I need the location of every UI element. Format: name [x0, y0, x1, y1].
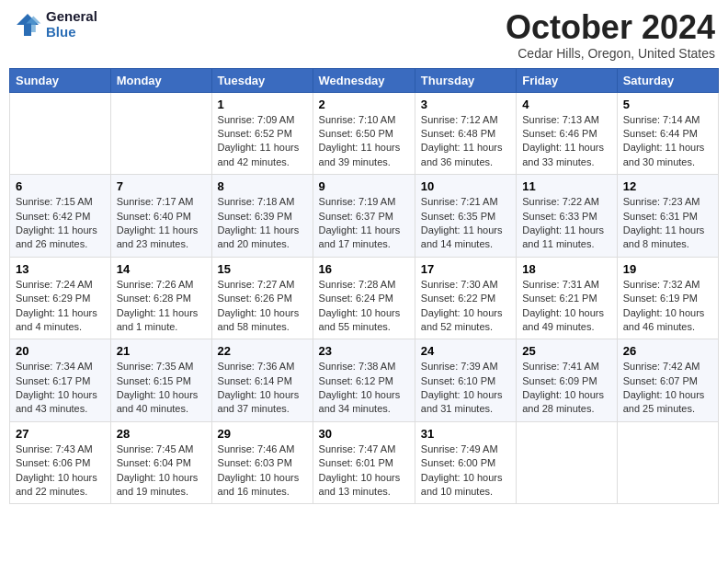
calendar-cell: 6Sunrise: 7:15 AM Sunset: 6:42 PM Daylig… [10, 175, 111, 258]
location: Cedar Hills, Oregon, United States [506, 46, 715, 61]
day-number: 14 [117, 262, 206, 276]
logo-blue: Blue [46, 25, 97, 40]
day-number: 3 [421, 98, 510, 111]
weekday-header-wednesday: Wednesday [313, 68, 415, 92]
day-info: Sunrise: 7:35 AM Sunset: 6:15 PM Dayligh… [117, 360, 206, 417]
day-info: Sunrise: 7:46 AM Sunset: 6:03 PM Dayligh… [218, 442, 307, 500]
weekday-header-sunday: Sunday [10, 68, 111, 92]
day-number: 7 [117, 179, 206, 193]
day-number: 20 [16, 344, 105, 358]
weekday-header-thursday: Thursday [415, 68, 516, 92]
day-info: Sunrise: 7:18 AM Sunset: 6:39 PM Dayligh… [218, 195, 307, 252]
day-info: Sunrise: 7:17 AM Sunset: 6:40 PM Dayligh… [117, 195, 206, 252]
day-info: Sunrise: 7:12 AM Sunset: 6:48 PM Dayligh… [421, 113, 510, 170]
calendar-cell: 5Sunrise: 7:14 AM Sunset: 6:44 PM Daylig… [617, 92, 718, 175]
day-info: Sunrise: 7:28 AM Sunset: 6:24 PM Dayligh… [319, 278, 409, 335]
calendar-cell: 10Sunrise: 7:21 AM Sunset: 6:35 PM Dayli… [415, 175, 516, 258]
day-number: 16 [319, 262, 409, 276]
calendar-cell: 2Sunrise: 7:10 AM Sunset: 6:50 PM Daylig… [313, 92, 415, 175]
day-number: 23 [319, 344, 409, 358]
calendar-cell: 7Sunrise: 7:17 AM Sunset: 6:40 PM Daylig… [110, 175, 211, 258]
calendar-cell: 21Sunrise: 7:35 AM Sunset: 6:15 PM Dayli… [110, 339, 211, 422]
weekday-header-friday: Friday [517, 68, 617, 92]
calendar-cell: 17Sunrise: 7:30 AM Sunset: 6:22 PM Dayli… [415, 257, 516, 339]
calendar-cell: 11Sunrise: 7:22 AM Sunset: 6:33 PM Dayli… [517, 175, 617, 258]
day-number: 8 [218, 179, 307, 193]
day-number: 9 [319, 179, 409, 193]
calendar-cell [517, 421, 617, 504]
calendar-cell: 20Sunrise: 7:34 AM Sunset: 6:17 PM Dayli… [10, 339, 111, 422]
calendar-cell: 23Sunrise: 7:38 AM Sunset: 6:12 PM Dayli… [313, 339, 415, 422]
page-header: General Blue October 2024 Cedar Hills, O… [9, 9, 719, 61]
day-info: Sunrise: 7:24 AM Sunset: 6:29 PM Dayligh… [16, 278, 105, 335]
calendar-cell: 9Sunrise: 7:19 AM Sunset: 6:37 PM Daylig… [313, 175, 415, 258]
calendar-cell: 1Sunrise: 7:09 AM Sunset: 6:52 PM Daylig… [211, 92, 313, 175]
calendar-cell: 22Sunrise: 7:36 AM Sunset: 6:14 PM Dayli… [211, 339, 313, 422]
day-info: Sunrise: 7:30 AM Sunset: 6:22 PM Dayligh… [421, 278, 510, 335]
calendar-cell: 3Sunrise: 7:12 AM Sunset: 6:48 PM Daylig… [415, 92, 516, 175]
day-info: Sunrise: 7:42 AM Sunset: 6:07 PM Dayligh… [623, 360, 712, 417]
day-info: Sunrise: 7:36 AM Sunset: 6:14 PM Dayligh… [218, 360, 307, 417]
day-number: 27 [16, 427, 105, 441]
day-number: 26 [623, 344, 712, 358]
day-info: Sunrise: 7:23 AM Sunset: 6:31 PM Dayligh… [623, 195, 712, 252]
day-number: 25 [522, 344, 610, 358]
day-number: 30 [319, 427, 409, 441]
day-number: 6 [16, 179, 105, 193]
day-info: Sunrise: 7:14 AM Sunset: 6:44 PM Dayligh… [623, 113, 712, 170]
calendar-cell: 31Sunrise: 7:49 AM Sunset: 6:00 PM Dayli… [415, 421, 516, 504]
day-number: 17 [421, 262, 510, 276]
day-number: 21 [117, 344, 206, 358]
day-info: Sunrise: 7:22 AM Sunset: 6:33 PM Dayligh… [522, 195, 610, 252]
logo-general: General [46, 9, 97, 25]
day-info: Sunrise: 7:43 AM Sunset: 6:06 PM Dayligh… [16, 442, 105, 500]
calendar-cell: 15Sunrise: 7:27 AM Sunset: 6:26 PM Dayli… [211, 257, 313, 339]
day-info: Sunrise: 7:34 AM Sunset: 6:17 PM Dayligh… [16, 360, 105, 417]
day-info: Sunrise: 7:38 AM Sunset: 6:12 PM Dayligh… [319, 360, 409, 417]
month-title: October 2024 [506, 9, 715, 46]
calendar-table: SundayMondayTuesdayWednesdayThursdayFrid… [9, 68, 719, 505]
day-info: Sunrise: 7:21 AM Sunset: 6:35 PM Dayligh… [421, 195, 510, 252]
calendar-cell: 25Sunrise: 7:41 AM Sunset: 6:09 PM Dayli… [517, 339, 617, 422]
day-number: 24 [421, 344, 510, 358]
calendar-cell: 19Sunrise: 7:32 AM Sunset: 6:19 PM Dayli… [617, 257, 718, 339]
calendar-cell: 30Sunrise: 7:47 AM Sunset: 6:01 PM Dayli… [313, 421, 415, 504]
day-info: Sunrise: 7:31 AM Sunset: 6:21 PM Dayligh… [522, 278, 610, 335]
day-info: Sunrise: 7:10 AM Sunset: 6:50 PM Dayligh… [319, 113, 409, 170]
day-info: Sunrise: 7:09 AM Sunset: 6:52 PM Dayligh… [218, 113, 307, 170]
day-number: 18 [522, 262, 610, 276]
calendar-cell: 16Sunrise: 7:28 AM Sunset: 6:24 PM Dayli… [313, 257, 415, 339]
day-info: Sunrise: 7:26 AM Sunset: 6:28 PM Dayligh… [117, 278, 206, 335]
day-info: Sunrise: 7:19 AM Sunset: 6:37 PM Dayligh… [319, 195, 409, 252]
day-number: 1 [218, 98, 307, 111]
title-area: October 2024 Cedar Hills, Oregon, United… [506, 9, 715, 61]
day-number: 5 [623, 98, 712, 111]
calendar-cell: 8Sunrise: 7:18 AM Sunset: 6:39 PM Daylig… [211, 175, 313, 258]
day-number: 2 [319, 98, 409, 111]
day-info: Sunrise: 7:45 AM Sunset: 6:04 PM Dayligh… [117, 442, 206, 500]
weekday-header-tuesday: Tuesday [211, 68, 313, 92]
day-info: Sunrise: 7:49 AM Sunset: 6:00 PM Dayligh… [421, 442, 510, 500]
calendar-cell: 4Sunrise: 7:13 AM Sunset: 6:46 PM Daylig… [517, 92, 617, 175]
day-number: 19 [623, 262, 712, 276]
day-info: Sunrise: 7:13 AM Sunset: 6:46 PM Dayligh… [522, 113, 610, 170]
day-number: 12 [623, 179, 712, 193]
calendar-cell: 27Sunrise: 7:43 AM Sunset: 6:06 PM Dayli… [10, 421, 111, 504]
calendar-cell [10, 92, 111, 175]
calendar-cell [617, 421, 718, 504]
logo-icon [13, 10, 42, 40]
calendar-cell: 18Sunrise: 7:31 AM Sunset: 6:21 PM Dayli… [517, 257, 617, 339]
calendar-cell: 12Sunrise: 7:23 AM Sunset: 6:31 PM Dayli… [617, 175, 718, 258]
calendar-cell: 24Sunrise: 7:39 AM Sunset: 6:10 PM Dayli… [415, 339, 516, 422]
calendar-cell: 13Sunrise: 7:24 AM Sunset: 6:29 PM Dayli… [10, 257, 111, 339]
calendar-cell: 28Sunrise: 7:45 AM Sunset: 6:04 PM Dayli… [110, 421, 211, 504]
calendar-cell: 26Sunrise: 7:42 AM Sunset: 6:07 PM Dayli… [617, 339, 718, 422]
calendar-cell: 14Sunrise: 7:26 AM Sunset: 6:28 PM Dayli… [110, 257, 211, 339]
day-info: Sunrise: 7:41 AM Sunset: 6:09 PM Dayligh… [522, 360, 610, 417]
day-info: Sunrise: 7:47 AM Sunset: 6:01 PM Dayligh… [319, 442, 409, 500]
day-number: 10 [421, 179, 510, 193]
day-number: 22 [218, 344, 307, 358]
day-number: 29 [218, 427, 307, 441]
logo-text: General Blue [46, 9, 97, 40]
logo: General Blue [13, 9, 97, 40]
